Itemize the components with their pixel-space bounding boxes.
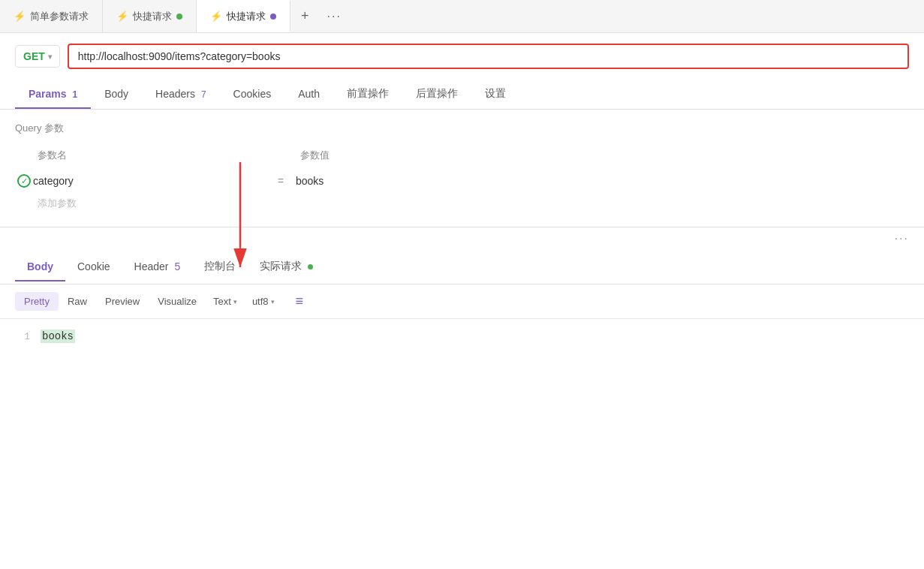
resp-tab-body-label: Body <box>27 260 53 272</box>
tab-cookies[interactable]: Cookies <box>220 80 285 109</box>
encoding-label: utf8 <box>252 296 269 307</box>
param-header: 参数名 参数值 <box>15 146 909 165</box>
fmt-tab-preview-label: Preview <box>105 296 140 307</box>
url-input[interactable] <box>69 45 907 68</box>
fmt-tab-pretty[interactable]: Pretty <box>15 292 59 311</box>
resp-tab-header[interactable]: Header 5 <box>122 253 193 281</box>
params-section: Query 参数 参数名 参数值 ✓ category = books 添加参数 <box>0 110 924 227</box>
check-circle-icon: ✓ <box>17 174 31 188</box>
resp-tab-header-label: Header <box>134 260 169 272</box>
resp-tab-actual[interactable]: 实际请求 <box>248 252 325 282</box>
tab-bar: ⚡ 简单参数请求 ⚡ 快捷请求 ⚡ 快捷请求 + ··· <box>0 0 924 33</box>
flash-icon-3: ⚡ <box>210 11 222 22</box>
fmt-tab-preview[interactable]: Preview <box>96 292 149 311</box>
text-type-chevron: ▾ <box>233 298 237 306</box>
resp-tab-console[interactable]: 控制台 <box>192 252 248 282</box>
query-params-title: Query 参数 <box>15 122 909 135</box>
method-dropdown[interactable]: GET ▾ <box>15 45 60 68</box>
wrap-icon: ≡ <box>296 294 304 309</box>
tab-settings-label: 设置 <box>485 87 506 99</box>
fmt-tab-pretty-label: Pretty <box>24 296 50 307</box>
format-tabs-bar: Pretty Raw Preview Visualize Text ▾ utf8… <box>0 284 924 319</box>
resp-tab-header-badge: 5 <box>174 260 180 272</box>
tab-post-action-label: 后置操作 <box>416 87 458 99</box>
text-type-select[interactable]: Text ▾ <box>206 292 245 311</box>
encoding-select[interactable]: utf8 ▾ <box>245 292 282 311</box>
tab-auth-label: Auth <box>298 88 320 100</box>
tab-headers-label: Headers <box>155 88 195 100</box>
text-type-label: Text <box>213 296 231 307</box>
tab-pre-action[interactable]: 前置操作 <box>333 80 402 110</box>
resp-tab-console-label: 控制台 <box>204 260 236 272</box>
param-check[interactable]: ✓ <box>15 174 33 188</box>
fmt-tab-raw-label: Raw <box>68 296 87 307</box>
method-chevron: ▾ <box>48 53 52 61</box>
more-tabs-button[interactable]: ··· <box>320 0 349 32</box>
tab-pre-action-label: 前置操作 <box>347 87 389 99</box>
url-bar-area: GET ▾ <box>0 33 924 80</box>
section-dots[interactable]: ··· <box>0 227 924 250</box>
code-line-1: 1 books <box>15 330 909 343</box>
tab-simple-params[interactable]: ⚡ 简单参数请求 <box>0 0 103 32</box>
flash-icon-1: ⚡ <box>14 11 26 22</box>
tab-auth[interactable]: Auth <box>284 80 333 109</box>
tab-label-3: 快捷请求 <box>227 10 266 23</box>
fmt-tab-raw[interactable]: Raw <box>59 292 96 311</box>
response-code-area: 1 books <box>0 319 924 354</box>
param-equals: = <box>266 175 296 187</box>
resp-tab-body[interactable]: Body <box>15 253 65 281</box>
flash-icon-2: ⚡ <box>116 11 128 22</box>
tab-label-1: 简单参数请求 <box>30 10 89 23</box>
encoding-chevron: ▾ <box>271 298 275 306</box>
add-param-button[interactable]: 添加参数 <box>15 192 909 215</box>
fmt-tab-visualize-label: Visualize <box>158 296 197 307</box>
tab-params-label: Params <box>29 88 67 100</box>
tab-body-label: Body <box>104 88 128 100</box>
line-number-1: 1 <box>15 331 30 342</box>
response-tabs-bar: Body Cookie Header 5 控制台 实际请求 <box>0 250 924 284</box>
tab-dot-2 <box>176 14 182 20</box>
tab-quick-request-2[interactable]: ⚡ 快捷请求 <box>197 0 290 32</box>
tab-dot-3 <box>270 14 276 20</box>
param-value-col-header: 参数值 <box>270 149 909 162</box>
request-nav-tabs: Params 1 Body Headers 7 Cookies Auth 前置操… <box>0 80 924 110</box>
param-value-input[interactable]: books <box>296 175 909 187</box>
url-input-wrap <box>68 44 909 69</box>
resp-tab-actual-label: 实际请求 <box>260 260 302 272</box>
fmt-tab-visualize[interactable]: Visualize <box>149 292 206 311</box>
param-name-col-header: 参数名 <box>15 149 270 162</box>
resp-tab-actual-dot <box>308 264 313 269</box>
resp-tab-cookie-label: Cookie <box>77 260 110 272</box>
code-value-1: books <box>41 330 75 343</box>
resp-tab-cookie[interactable]: Cookie <box>65 253 122 281</box>
tab-params-badge: 1 <box>72 89 77 100</box>
tab-cookies-label: Cookies <box>233 88 272 100</box>
response-section: Body Cookie Header 5 控制台 实际请求 Pretty Raw… <box>0 250 924 354</box>
tab-params[interactable]: Params 1 <box>15 80 91 109</box>
tab-headers-badge: 7 <box>201 89 206 100</box>
param-row: ✓ category = books <box>15 170 909 192</box>
tab-post-action[interactable]: 后置操作 <box>402 80 471 110</box>
method-label: GET <box>23 50 45 62</box>
add-tab-button[interactable]: + <box>290 0 320 32</box>
tab-headers[interactable]: Headers 7 <box>142 80 220 109</box>
tab-settings[interactable]: 设置 <box>471 80 519 110</box>
param-key-input[interactable]: category <box>33 175 266 187</box>
tab-body[interactable]: Body <box>91 80 142 109</box>
tab-quick-request-1[interactable]: ⚡ 快捷请求 <box>103 0 197 32</box>
wrap-button[interactable]: ≡ <box>290 291 310 312</box>
tab-label-2: 快捷请求 <box>133 10 172 23</box>
